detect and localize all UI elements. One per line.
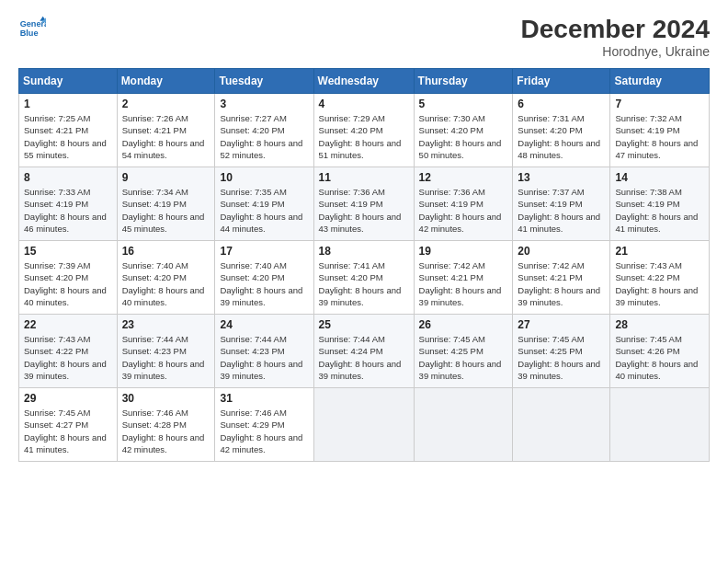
calendar-week-row: 22 Sunrise: 7:43 AMSunset: 4:22 PMDaylig… xyxy=(19,315,710,388)
table-row: 26 Sunrise: 7:45 AMSunset: 4:25 PMDaylig… xyxy=(414,315,513,388)
calendar-week-row: 1 Sunrise: 7:25 AMSunset: 4:21 PMDayligh… xyxy=(19,94,710,167)
table-row xyxy=(414,388,513,462)
day-info: Sunrise: 7:38 AMSunset: 4:19 PMDaylight:… xyxy=(615,187,698,234)
day-number: 3 xyxy=(220,98,308,110)
col-sunday: Sunday xyxy=(19,69,118,94)
day-number: 4 xyxy=(319,98,409,110)
day-number: 7 xyxy=(615,98,704,110)
day-info: Sunrise: 7:40 AMSunset: 4:20 PMDaylight:… xyxy=(220,260,302,307)
table-row: 15 Sunrise: 7:39 AMSunset: 4:20 PMDaylig… xyxy=(19,241,118,315)
col-friday: Friday xyxy=(513,69,610,94)
col-tuesday: Tuesday xyxy=(215,69,313,94)
day-info: Sunrise: 7:43 AMSunset: 4:22 PMDaylight:… xyxy=(615,260,698,307)
day-info: Sunrise: 7:35 AMSunset: 4:19 PMDaylight:… xyxy=(220,187,302,234)
table-row: 27 Sunrise: 7:45 AMSunset: 4:25 PMDaylig… xyxy=(513,315,610,388)
table-row: 21 Sunrise: 7:43 AMSunset: 4:22 PMDaylig… xyxy=(610,241,710,315)
day-number: 28 xyxy=(615,318,704,331)
calendar-table: Sunday Monday Tuesday Wednesday Thursday… xyxy=(18,68,710,462)
table-row: 20 Sunrise: 7:42 AMSunset: 4:21 PMDaylig… xyxy=(513,241,610,315)
page: General Blue December 2024 Horodnye, Ukr… xyxy=(0,0,728,563)
logo-icon: General Blue xyxy=(18,15,46,42)
table-row xyxy=(313,388,414,462)
day-number: 1 xyxy=(24,98,112,110)
calendar-week-row: 8 Sunrise: 7:33 AMSunset: 4:19 PMDayligh… xyxy=(19,167,710,241)
day-number: 13 xyxy=(518,171,605,184)
main-title: December 2024 xyxy=(521,15,710,44)
day-info: Sunrise: 7:37 AMSunset: 4:19 PMDaylight:… xyxy=(518,187,600,234)
day-number: 26 xyxy=(419,318,508,331)
day-number: 12 xyxy=(419,171,508,184)
day-number: 29 xyxy=(24,392,112,405)
table-row: 19 Sunrise: 7:42 AMSunset: 4:21 PMDaylig… xyxy=(414,241,513,315)
table-row: 13 Sunrise: 7:37 AMSunset: 4:19 PMDaylig… xyxy=(513,167,610,241)
day-info: Sunrise: 7:34 AMSunset: 4:19 PMDaylight:… xyxy=(122,187,205,234)
day-info: Sunrise: 7:36 AMSunset: 4:19 PMDaylight:… xyxy=(419,187,502,234)
day-number: 9 xyxy=(122,171,210,184)
calendar-week-row: 15 Sunrise: 7:39 AMSunset: 4:20 PMDaylig… xyxy=(19,241,710,315)
day-info: Sunrise: 7:27 AMSunset: 4:20 PMDaylight:… xyxy=(220,113,302,160)
table-row: 2 Sunrise: 7:26 AMSunset: 4:21 PMDayligh… xyxy=(117,94,215,167)
day-info: Sunrise: 7:39 AMSunset: 4:20 PMDaylight:… xyxy=(24,260,107,307)
table-row: 9 Sunrise: 7:34 AMSunset: 4:19 PMDayligh… xyxy=(117,167,215,241)
day-info: Sunrise: 7:40 AMSunset: 4:20 PMDaylight:… xyxy=(122,260,205,307)
day-info: Sunrise: 7:42 AMSunset: 4:21 PMDaylight:… xyxy=(518,260,600,307)
table-row: 5 Sunrise: 7:30 AMSunset: 4:20 PMDayligh… xyxy=(414,94,513,167)
table-row: 3 Sunrise: 7:27 AMSunset: 4:20 PMDayligh… xyxy=(215,94,313,167)
day-number: 2 xyxy=(122,98,210,110)
table-row: 17 Sunrise: 7:40 AMSunset: 4:20 PMDaylig… xyxy=(215,241,313,315)
subtitle: Horodnye, Ukraine xyxy=(521,44,710,59)
table-row xyxy=(610,388,710,462)
col-thursday: Thursday xyxy=(414,69,513,94)
day-number: 22 xyxy=(24,318,112,331)
day-info: Sunrise: 7:46 AMSunset: 4:28 PMDaylight:… xyxy=(122,408,205,454)
table-row: 11 Sunrise: 7:36 AMSunset: 4:19 PMDaylig… xyxy=(313,167,414,241)
logo: General Blue xyxy=(18,15,46,42)
table-row: 28 Sunrise: 7:45 AMSunset: 4:26 PMDaylig… xyxy=(610,315,710,388)
table-row: 23 Sunrise: 7:44 AMSunset: 4:23 PMDaylig… xyxy=(117,315,215,388)
col-saturday: Saturday xyxy=(610,69,710,94)
day-number: 24 xyxy=(220,318,308,331)
day-info: Sunrise: 7:45 AMSunset: 4:25 PMDaylight:… xyxy=(518,334,600,381)
day-number: 31 xyxy=(220,392,308,405)
day-number: 20 xyxy=(518,245,605,258)
table-row: 8 Sunrise: 7:33 AMSunset: 4:19 PMDayligh… xyxy=(19,167,118,241)
day-number: 10 xyxy=(220,171,308,184)
table-row: 22 Sunrise: 7:43 AMSunset: 4:22 PMDaylig… xyxy=(19,315,118,388)
day-number: 5 xyxy=(419,98,508,110)
day-info: Sunrise: 7:44 AMSunset: 4:23 PMDaylight:… xyxy=(122,334,205,381)
table-row: 4 Sunrise: 7:29 AMSunset: 4:20 PMDayligh… xyxy=(313,94,414,167)
day-info: Sunrise: 7:46 AMSunset: 4:29 PMDaylight:… xyxy=(220,408,302,454)
day-info: Sunrise: 7:30 AMSunset: 4:20 PMDaylight:… xyxy=(419,113,502,160)
day-number: 27 xyxy=(518,318,605,331)
table-row: 12 Sunrise: 7:36 AMSunset: 4:19 PMDaylig… xyxy=(414,167,513,241)
table-row: 1 Sunrise: 7:25 AMSunset: 4:21 PMDayligh… xyxy=(19,94,118,167)
day-info: Sunrise: 7:45 AMSunset: 4:25 PMDaylight:… xyxy=(419,334,502,381)
table-row: 10 Sunrise: 7:35 AMSunset: 4:19 PMDaylig… xyxy=(215,167,313,241)
day-info: Sunrise: 7:43 AMSunset: 4:22 PMDaylight:… xyxy=(24,334,107,381)
day-number: 18 xyxy=(319,245,409,258)
table-row: 29 Sunrise: 7:45 AMSunset: 4:27 PMDaylig… xyxy=(19,388,118,462)
title-block: December 2024 Horodnye, Ukraine xyxy=(521,15,710,59)
day-number: 19 xyxy=(419,245,508,258)
table-row: 7 Sunrise: 7:32 AMSunset: 4:19 PMDayligh… xyxy=(610,94,710,167)
day-info: Sunrise: 7:42 AMSunset: 4:21 PMDaylight:… xyxy=(419,260,502,307)
day-info: Sunrise: 7:26 AMSunset: 4:21 PMDaylight:… xyxy=(122,113,205,160)
day-number: 8 xyxy=(24,171,112,184)
table-row: 25 Sunrise: 7:44 AMSunset: 4:24 PMDaylig… xyxy=(313,315,414,388)
day-number: 14 xyxy=(615,171,704,184)
day-number: 16 xyxy=(122,245,210,258)
table-row: 16 Sunrise: 7:40 AMSunset: 4:20 PMDaylig… xyxy=(117,241,215,315)
day-info: Sunrise: 7:44 AMSunset: 4:23 PMDaylight:… xyxy=(220,334,302,381)
day-number: 25 xyxy=(319,318,409,331)
header: General Blue December 2024 Horodnye, Ukr… xyxy=(18,15,710,59)
day-number: 23 xyxy=(122,318,210,331)
table-row xyxy=(513,388,610,462)
col-wednesday: Wednesday xyxy=(313,69,414,94)
table-row: 14 Sunrise: 7:38 AMSunset: 4:19 PMDaylig… xyxy=(610,167,710,241)
day-number: 6 xyxy=(518,98,605,110)
day-number: 11 xyxy=(319,171,409,184)
svg-text:Blue: Blue xyxy=(20,29,39,38)
day-number: 17 xyxy=(220,245,308,258)
day-info: Sunrise: 7:45 AMSunset: 4:26 PMDaylight:… xyxy=(615,334,698,381)
day-info: Sunrise: 7:44 AMSunset: 4:24 PMDaylight:… xyxy=(319,334,402,381)
